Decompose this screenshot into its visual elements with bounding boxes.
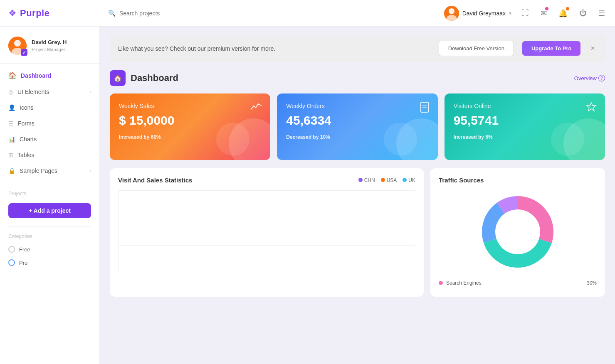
sidebar-item-dashboard[interactable]: 🏠 Dashboard [0, 67, 99, 84]
mail-badge [545, 7, 548, 10]
sidebar-user-role: Project Manager [32, 47, 65, 52]
chevron-icon: ‹ [89, 89, 91, 95]
search-icon: 🔍 [108, 10, 116, 17]
legend-dot-uk [403, 178, 407, 182]
download-free-button[interactable]: Download Free Version [439, 41, 514, 56]
legend-usa: USA [381, 177, 397, 183]
category-pro[interactable]: Pro [0, 256, 99, 269]
verified-badge: ✓ [21, 49, 27, 56]
legend-uk: UK [403, 177, 415, 183]
weekly-sales-footer: Increased by 60% [119, 134, 261, 140]
donut-chart [439, 190, 597, 273]
banner-close-button[interactable]: × [589, 44, 597, 53]
charts-icon: 📊 [8, 136, 15, 143]
traffic-sources-header: Traffic Sources [439, 177, 597, 184]
sidebar-item-charts[interactable]: 📊 Charts [0, 131, 99, 147]
menu-button[interactable]: ☰ [597, 7, 607, 20]
user-area[interactable]: David Greymaax ▾ [444, 6, 511, 21]
banner: Like what you see? Check out our premium… [110, 35, 605, 62]
visit-sales-title: Visit And Sales Statistics [118, 177, 192, 184]
sidebar-item-label: Tables [17, 152, 34, 158]
layout: ✓ David Grey. H Project Manager 🏠 Dashbo… [0, 27, 615, 364]
stat-card-weekly-sales: Weekly Sales $ 15,0000 Increased by 60% [110, 93, 270, 160]
bar-chart-area [118, 190, 415, 273]
tables-icon: ⊞ [8, 152, 13, 158]
user-dropdown-icon: ▾ [509, 10, 511, 16]
dashboard-title-area: 🏠 Dashboard [110, 70, 178, 86]
main-content: Like what you see? Check out our premium… [100, 27, 615, 364]
donut-legend: Search Engines 30% [439, 280, 597, 286]
stat-card-visitors: Visitors Online 95,5741 Increased by 5% [445, 93, 605, 160]
sidebar-divider2 [8, 226, 91, 227]
traffic-sources-title: Traffic Sources [439, 177, 484, 184]
sidebar-user-name: David Grey. H [32, 39, 67, 45]
dashboard-title-icon: 🏠 [110, 70, 126, 86]
ui-elements-icon: ◎ [8, 89, 13, 95]
sidebar: ✓ David Grey. H Project Manager 🏠 Dashbo… [0, 27, 100, 364]
logo-area: ❖ Purple [8, 8, 108, 19]
legend-dot-chn [358, 178, 363, 182]
logo-text: Purple [20, 8, 49, 19]
weekly-orders-footer: Decreased by 10% [286, 134, 428, 140]
bell-button[interactable]: 🔔 [557, 7, 569, 20]
visitors-label: Visitors Online [454, 103, 596, 109]
sidebar-item-icons[interactable]: 👤 Icons [0, 100, 99, 116]
dashboard-header: 🏠 Dashboard Overview ? [110, 70, 605, 86]
sidebar-user: ✓ David Grey. H Project Manager [0, 33, 99, 64]
category-free-label: Free [19, 246, 30, 253]
sidebar-item-label: UI Elements [17, 89, 49, 95]
svg-point-15 [499, 213, 537, 251]
expand-button[interactable]: ⛶ [520, 7, 531, 19]
categories-label: Categories [0, 232, 99, 243]
chevron-icon: ‹ [89, 168, 91, 174]
sidebar-item-ui-elements[interactable]: ◎ UI Elements ‹ [0, 84, 99, 100]
sample-pages-icon: 🔒 [8, 167, 15, 174]
weekly-sales-label: Weekly Sales [119, 103, 261, 109]
overview-icon: ? [598, 75, 605, 81]
sidebar-divider [8, 184, 91, 184]
legend-dot-usa [381, 178, 385, 182]
banner-text: Like what you see? Check out our premium… [118, 45, 430, 52]
category-pro-label: Pro [19, 260, 27, 266]
search-input[interactable] [119, 10, 203, 17]
sidebar-item-forms[interactable]: ☰ Forms [0, 116, 99, 131]
topnav-right: David Greymaax ▾ ⛶ ✉ 🔔 ⏻ ☰ [444, 6, 607, 21]
projects-label: Projects [0, 189, 99, 200]
sidebar-avatar: ✓ [8, 37, 27, 55]
bars-container [119, 190, 415, 273]
dashboard-icon: 🏠 [8, 71, 17, 79]
sidebar-item-label: Forms [18, 120, 35, 127]
overview-area: Overview ? [574, 75, 605, 81]
bell-badge [566, 7, 569, 10]
power-button[interactable]: ⏻ [578, 7, 588, 19]
dot-search-engines [439, 281, 443, 285]
sidebar-item-tables[interactable]: ⊞ Tables [0, 147, 99, 163]
topnav: ❖ Purple 🔍 David Greymaax ▾ ⛶ ✉ 🔔 [0, 0, 615, 27]
legend-chn: CHN [358, 177, 375, 183]
traffic-sources-chart-card: Traffic Sources [430, 168, 605, 297]
icons-icon: 👤 [8, 104, 15, 111]
visit-sales-chart-header: Visit And Sales Statistics CHN USA UK [118, 177, 415, 184]
svg-point-1 [449, 8, 454, 14]
stat-cards: Weekly Sales $ 15,0000 Increased by 60% … [110, 93, 605, 160]
forms-icon: ☰ [8, 120, 14, 127]
visit-sales-chart-card: Visit And Sales Statistics CHN USA UK [110, 168, 424, 297]
svg-point-4 [14, 40, 21, 47]
sidebar-item-label: Sample Pages [20, 167, 57, 174]
mail-button[interactable]: ✉ [539, 7, 548, 20]
label-search-engines: Search Engines [446, 280, 482, 286]
radio-free[interactable] [8, 246, 15, 253]
percent-search-engines: 30% [587, 280, 597, 286]
search-area: 🔍 [108, 10, 444, 17]
user-name: David Greymaax [462, 10, 506, 17]
category-free[interactable]: Free [0, 243, 99, 256]
radio-pro[interactable] [8, 259, 15, 266]
visitors-footer: Increased by 5% [454, 134, 596, 140]
legend-search-engines: Search Engines 30% [439, 280, 597, 286]
add-project-button[interactable]: + Add a project [8, 203, 91, 218]
sidebar-item-label: Icons [20, 104, 33, 111]
dashboard-title: Dashboard [131, 73, 178, 84]
upgrade-to-pro-button[interactable]: Upgrade To Pro [522, 41, 581, 56]
sidebar-user-info: David Grey. H Project Manager [32, 39, 67, 53]
sidebar-item-sample-pages[interactable]: 🔒 Sample Pages ‹ [0, 163, 99, 179]
